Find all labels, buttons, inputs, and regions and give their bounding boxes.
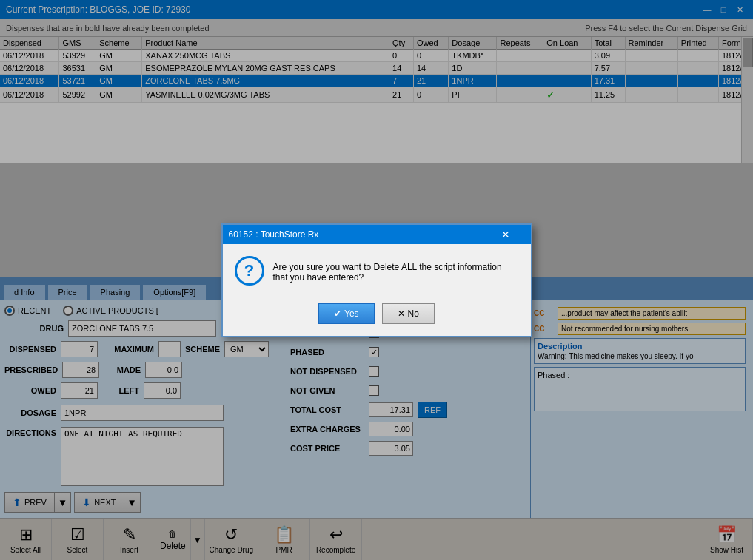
modal-close-button[interactable]: ✕ [486,224,525,245]
modal-overlay: 60152 : TouchStore Rx ✕ ? Are you sure y… [0,0,753,560]
modal-title: 60152 : TouchStore Rx [229,229,319,240]
modal-title-bar: 60152 : TouchStore Rx ✕ [223,225,531,244]
modal-buttons: ✔ Yes ✕ No [223,297,531,336]
modal-dialog: 60152 : TouchStore Rx ✕ ? Are you sure y… [221,223,532,337]
no-label: No [408,308,419,319]
no-x-icon: ✕ [398,308,405,319]
modal-no-button[interactable]: ✕ No [382,303,435,324]
yes-checkmark-icon: ✔ [334,308,341,319]
modal-message: Are you sure you want to Delete ALL the … [273,256,519,283]
modal-question-icon: ? [235,256,264,286]
modal-body: ? Are you sure you want to Delete ALL th… [223,244,531,297]
modal-yes-button[interactable]: ✔ Yes [318,303,375,324]
yes-label: Yes [344,308,359,319]
